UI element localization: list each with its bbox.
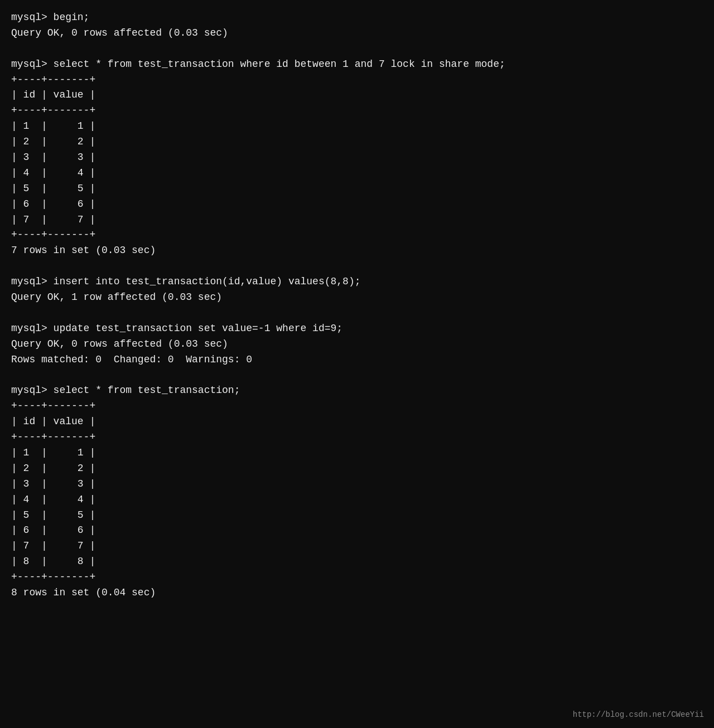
terminal-output: mysql> begin; Query OK, 0 rows affected … (11, 10, 703, 601)
watermark: http://blog.csdn.net/CWeeYii (573, 709, 704, 721)
